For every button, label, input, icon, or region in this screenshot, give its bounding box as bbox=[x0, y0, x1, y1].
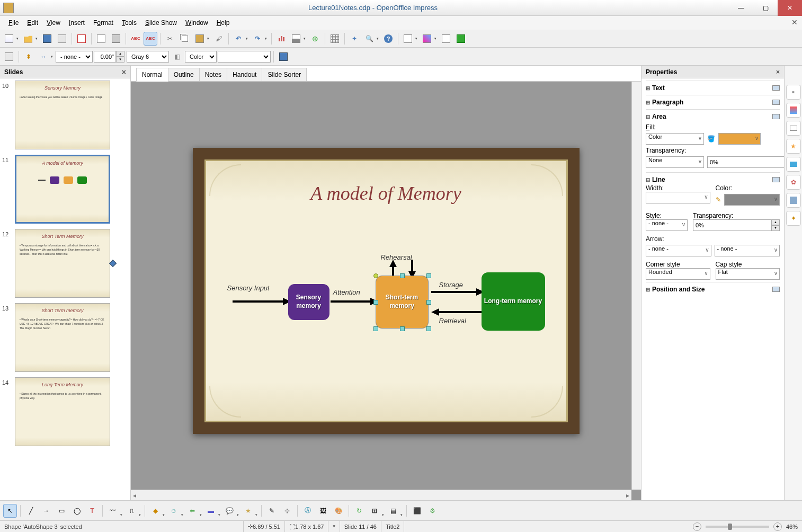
flip-button[interactable] bbox=[2, 50, 16, 64]
tab-outline[interactable]: Outline bbox=[168, 68, 200, 81]
line-width-spinner[interactable]: ▲▼ bbox=[94, 51, 126, 63]
arrow-tool[interactable]: → bbox=[39, 504, 53, 518]
menu-slideshow[interactable]: Slide Show bbox=[141, 17, 181, 28]
slide-title[interactable]: A model of Memory bbox=[222, 182, 550, 205]
export-pdf-button[interactable] bbox=[94, 32, 108, 46]
stars-tool[interactable]: ★ bbox=[241, 504, 255, 518]
zoom-in-button[interactable]: + bbox=[773, 522, 782, 531]
sidebar-star-icon[interactable]: ★ bbox=[786, 139, 801, 154]
from-file-tool[interactable]: 🖼 bbox=[316, 504, 330, 518]
tab-handout[interactable]: Handout bbox=[227, 68, 262, 81]
slide-button[interactable] bbox=[401, 32, 415, 46]
email-button[interactable] bbox=[55, 32, 69, 46]
arrow-style-button[interactable]: ⬍ bbox=[22, 50, 35, 64]
copy-button[interactable] bbox=[178, 32, 192, 46]
rotate-tool[interactable]: ↻ bbox=[352, 504, 366, 518]
sidebar-styles-icon[interactable] bbox=[786, 193, 801, 208]
tab-notes[interactable]: Notes bbox=[199, 68, 227, 81]
close-button[interactable]: ✕ bbox=[778, 0, 802, 16]
box-long-term-memory[interactable]: Long-term memory bbox=[482, 272, 545, 331]
fill-color-select[interactable] bbox=[218, 51, 271, 63]
autospell-button[interactable]: ABC bbox=[144, 32, 157, 46]
fontwork-tool[interactable]: Ⓐ bbox=[301, 504, 315, 518]
sidebar-master-icon[interactable] bbox=[786, 121, 801, 136]
arrange-tool[interactable]: ▤ bbox=[386, 504, 400, 518]
slide-thumb[interactable]: 10 Sensory Memory • After seeing the vis… bbox=[2, 81, 128, 149]
gallery-tool[interactable]: 🎨 bbox=[332, 504, 345, 518]
section-area[interactable]: ⊟Area bbox=[646, 112, 780, 121]
cut-button[interactable]: ✂ bbox=[163, 32, 177, 46]
table-button[interactable] bbox=[289, 32, 303, 46]
chart-button[interactable] bbox=[274, 32, 288, 46]
line-style-select[interactable]: - none - bbox=[56, 51, 93, 63]
line-color-select[interactable] bbox=[724, 194, 780, 206]
arrow-end-select[interactable]: - none - bbox=[715, 245, 780, 256]
properties-close[interactable]: × bbox=[776, 68, 780, 76]
undo-button[interactable]: ↶ bbox=[231, 32, 245, 46]
tab-normal[interactable]: Normal bbox=[136, 68, 168, 82]
transparency-type-select[interactable]: None bbox=[646, 156, 704, 168]
section-text[interactable]: ⊞Text bbox=[646, 83, 780, 93]
line-color-select[interactable]: Gray 6 bbox=[127, 51, 169, 63]
menu-window[interactable]: Window bbox=[181, 17, 212, 28]
paste-button[interactable] bbox=[193, 32, 207, 46]
rectangle-tool[interactable]: ▭ bbox=[55, 504, 68, 518]
section-paragraph[interactable]: ⊞Paragraph bbox=[646, 97, 780, 107]
flowchart-tool[interactable]: ▬ bbox=[204, 504, 218, 518]
slide-show-button[interactable] bbox=[454, 32, 468, 46]
sidebar-animation-icon[interactable]: ✿ bbox=[786, 175, 801, 190]
slide-thumb[interactable]: 13 Short Term memory • What's your Short… bbox=[2, 303, 128, 372]
block-arrows-tool[interactable]: ⬅ bbox=[185, 504, 199, 518]
open-button[interactable] bbox=[21, 32, 35, 46]
slide-layout-button[interactable] bbox=[439, 32, 453, 46]
hyperlink-button[interactable]: ⊕ bbox=[308, 32, 322, 46]
save-button[interactable] bbox=[40, 32, 54, 46]
zoom-slider[interactable] bbox=[706, 526, 769, 528]
menu-edit[interactable]: Edit bbox=[23, 17, 42, 28]
slide-thumb[interactable]: 14 Long-Term Memory • Stores all the inf… bbox=[2, 377, 128, 446]
display-grid-button[interactable] bbox=[328, 32, 342, 46]
help-button[interactable]: ? bbox=[381, 32, 395, 46]
slide-thumb[interactable]: 11 A model of Memory bbox=[2, 155, 128, 224]
slide-thumb[interactable]: 12 Short Term Memory • Temporary storage… bbox=[2, 229, 128, 298]
symbol-shapes-tool[interactable]: ☺ bbox=[167, 504, 181, 518]
arrow-start-select[interactable]: - none - bbox=[646, 245, 711, 256]
gluepoints-tool[interactable]: ⊹ bbox=[280, 504, 294, 518]
minimize-button[interactable]: — bbox=[729, 0, 753, 16]
line-width-select[interactable] bbox=[646, 192, 710, 203]
select-tool[interactable]: ↖ bbox=[3, 504, 17, 518]
vertical-scrollbar[interactable] bbox=[631, 82, 641, 490]
fill-type-select[interactable]: Color bbox=[185, 51, 217, 63]
extrusion-tool[interactable]: ⬛ bbox=[410, 504, 424, 518]
section-position-size[interactable]: ⊞Position and Size bbox=[646, 285, 780, 294]
fill-color-select[interactable] bbox=[718, 133, 761, 145]
zoom-value[interactable]: 46% bbox=[782, 521, 802, 532]
sidebar-transition-icon[interactable] bbox=[786, 157, 801, 172]
text-tool[interactable]: T bbox=[85, 504, 99, 518]
cap-style-select[interactable]: Flat bbox=[716, 268, 780, 280]
navigator-button[interactable]: ✦ bbox=[347, 32, 361, 46]
line-transparency-spinner[interactable]: ▲▼ bbox=[693, 219, 780, 231]
format-paintbrush-button[interactable]: 🖌 bbox=[212, 32, 226, 46]
shadow-button[interactable] bbox=[277, 50, 290, 64]
menu-file[interactable]: File bbox=[4, 17, 23, 28]
interaction-tool[interactable]: ⚙ bbox=[425, 504, 439, 518]
section-line[interactable]: ⊟Line bbox=[646, 175, 780, 184]
menu-insert[interactable]: Insert bbox=[65, 17, 89, 28]
box-sensory-memory[interactable]: Sensory memory bbox=[288, 284, 329, 320]
sidebar-properties-icon[interactable]: ≡ bbox=[786, 85, 801, 100]
box-short-term-memory[interactable]: Short-term memory bbox=[376, 276, 429, 329]
points-tool[interactable]: ✎ bbox=[265, 504, 279, 518]
new-button[interactable] bbox=[2, 32, 16, 46]
corner-style-select[interactable]: Rounded bbox=[646, 268, 710, 280]
alignment-tool[interactable]: ⊞ bbox=[368, 504, 381, 518]
connector-tool[interactable]: ⎍ bbox=[124, 504, 138, 518]
arrow-ends-button[interactable]: ↔ bbox=[37, 50, 50, 64]
transparency-spinner[interactable]: ▲▼ bbox=[707, 156, 784, 168]
slides-panel-close[interactable]: × bbox=[122, 68, 126, 76]
zoom-button[interactable]: 🔍 bbox=[362, 32, 376, 46]
slides-list[interactable]: 10 Sensory Memory • After seeing the vis… bbox=[0, 78, 130, 500]
menu-tools[interactable]: Tools bbox=[118, 17, 141, 28]
edit-file-button[interactable] bbox=[75, 32, 88, 46]
horizontal-scrollbar[interactable] bbox=[131, 490, 631, 500]
